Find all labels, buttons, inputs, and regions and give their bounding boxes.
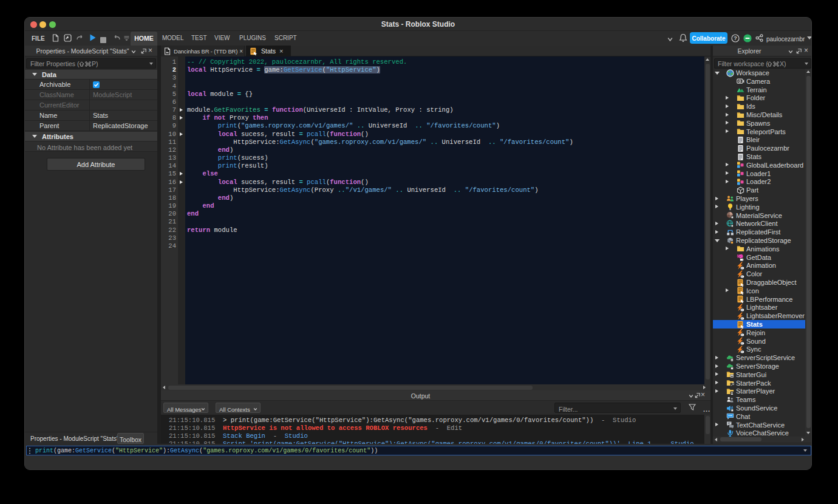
svg-text:?: ? <box>734 35 737 41</box>
